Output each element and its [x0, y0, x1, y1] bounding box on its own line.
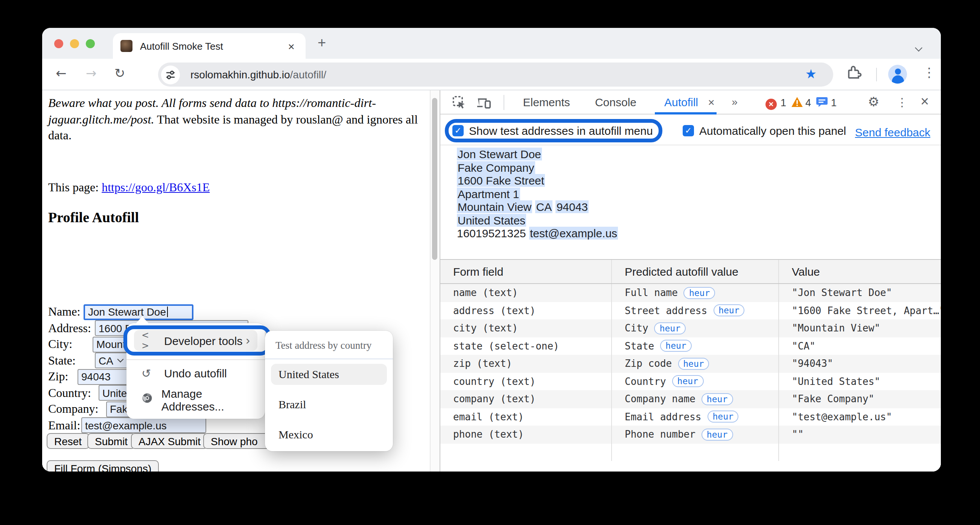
- table-row[interactable]: company (text) Company nameheur "Fake Co…: [440, 390, 941, 408]
- traffic-minimize-button[interactable]: [70, 39, 79, 48]
- table-row[interactable]: phone (text) Phone numberheur "": [440, 426, 941, 443]
- devtools-kebab-icon[interactable]: ⋮: [896, 96, 908, 109]
- ajax-submit-button[interactable]: AJAX Submit: [131, 433, 208, 449]
- warning-count: 4: [805, 97, 811, 109]
- annotation-highlight-show-test: ✓ Show test addresses in autofill menu: [445, 119, 663, 142]
- chrome-logo-icon: [142, 393, 156, 407]
- auto-open-option: ✓ Automatically open this panel: [682, 124, 846, 137]
- table-row[interactable]: name (text) Full nameheur "Jon Stewart D…: [440, 284, 941, 302]
- header-value: Value: [779, 260, 941, 283]
- this-page-label: This page:: [48, 181, 102, 193]
- tab-console[interactable]: Console: [595, 96, 636, 109]
- form-row-state: State: CA: [48, 352, 76, 369]
- url-text: rsolomakhin.github.io/autofill/: [191, 69, 326, 81]
- table-row[interactable]: zip (text) Zip codeheur "94043": [440, 355, 941, 372]
- omnibox[interactable]: rsolomakhin.github.io/autofill/ ★: [158, 62, 833, 87]
- forward-icon[interactable]: →: [86, 65, 97, 81]
- table-row[interactable]: city (text) Cityheur "Mountain View": [440, 319, 941, 337]
- back-icon[interactable]: ←: [56, 65, 67, 81]
- address-line: 16019521325 test@example.us: [457, 227, 618, 240]
- error-count: 1: [781, 97, 786, 109]
- heur-badge: heur: [702, 429, 733, 440]
- traffic-close-button[interactable]: [54, 39, 63, 48]
- form-row-address: Address: 1600 Fake Street, Apart: [48, 320, 91, 336]
- web-page: Beware what you post. All forms send dat…: [42, 90, 439, 472]
- email-input[interactable]: test@example.us: [81, 417, 206, 433]
- show-test-addresses-checkbox[interactable]: ✓: [452, 125, 464, 136]
- extensions-icon[interactable]: [846, 65, 862, 85]
- short-link[interactable]: https://goo.gl/B6Xs1E: [102, 181, 210, 193]
- tab-elements[interactable]: Elements: [523, 96, 570, 109]
- form-row-city: City: Mountain View: [48, 336, 72, 353]
- show-test-addresses-label: Show test addresses in autofill menu: [469, 124, 653, 137]
- url-host: rsolomakhin.github.io: [191, 69, 290, 81]
- state-select[interactable]: CA: [95, 353, 128, 368]
- send-feedback-link[interactable]: Send feedback: [855, 126, 930, 139]
- country-label: Country:: [48, 386, 91, 400]
- browser-window: Autofill Smoke Test × + ← → ↻ rsolomakhi…: [42, 28, 941, 472]
- page-title: Profile Autofill: [48, 209, 139, 226]
- table-row[interactable]: address (text) Street addressheur "1600 …: [440, 302, 941, 319]
- undo-icon: ↺: [142, 367, 158, 380]
- reload-icon[interactable]: ↻: [115, 65, 125, 81]
- content-area: Beware what you post. All forms send dat…: [42, 90, 941, 472]
- tab-title: Autofill Smoke Test: [140, 40, 285, 52]
- traffic-zoom-button[interactable]: [86, 39, 95, 48]
- address-line: Fake Company: [457, 161, 618, 174]
- submenu-item-united-states[interactable]: United States: [271, 364, 387, 385]
- browser-tab[interactable]: Autofill Smoke Test ×: [113, 33, 305, 59]
- tab-search-chevron-icon[interactable]: [916, 40, 923, 47]
- page-scrollbar-thumb[interactable]: [432, 98, 438, 260]
- form-row-zip: Zip: 94043: [48, 368, 68, 385]
- page-disclaimer: Beware what you post. All forms send dat…: [48, 96, 426, 144]
- submit-button[interactable]: Submit: [88, 433, 135, 449]
- address-line: Mountain View CA 94043: [457, 200, 618, 214]
- tab-strip: Autofill Smoke Test × +: [42, 28, 941, 59]
- menu-item-undo-autofill[interactable]: ↺ Undo autofill: [134, 360, 258, 386]
- submenu-item-brazil[interactable]: Brazil: [271, 394, 387, 415]
- heur-badge: heur: [702, 393, 733, 405]
- devtools-close-icon[interactable]: ×: [921, 93, 929, 110]
- name-label: Name:: [48, 305, 80, 319]
- device-toolbar-icon[interactable]: [476, 96, 492, 112]
- url-path: /autofill/: [290, 69, 327, 81]
- tab-close-icon[interactable]: ×: [285, 40, 298, 53]
- submenu-item-mexico[interactable]: Mexico: [271, 424, 387, 445]
- table-header: Form field Predicted autofill value Valu…: [440, 259, 941, 284]
- console-warnings-icon[interactable]: [791, 96, 803, 111]
- more-tabs-icon[interactable]: »: [732, 96, 738, 108]
- form-row-email: Email: test@example.us: [48, 417, 80, 434]
- table-row[interactable]: email (text) Email addressheur "test@exa…: [440, 408, 941, 426]
- console-errors-icon[interactable]: ×: [765, 96, 777, 110]
- devtools-toolbar: Elements Console Autofill × » × 1 4 1 ⚙ …: [440, 90, 941, 115]
- devtools-settings-gear-icon[interactable]: ⚙: [868, 94, 880, 109]
- auto-open-checkbox[interactable]: ✓: [682, 125, 694, 136]
- address-label: Address:: [48, 321, 91, 335]
- browser-menu-kebab-icon[interactable]: ⋮: [923, 65, 935, 80]
- table-row[interactable]: country (text) Countryheur "United State…: [440, 372, 941, 390]
- company-label: Company:: [48, 402, 98, 416]
- form-row-company: Company: Fake Company: [48, 401, 98, 417]
- address-line: Apartment 1: [457, 187, 618, 200]
- new-tab-icon[interactable]: +: [318, 35, 326, 51]
- inspect-element-icon[interactable]: [452, 96, 466, 112]
- auto-open-label: Automatically open this panel: [699, 124, 846, 137]
- fill-form-simpsons-button[interactable]: Fill Form (Simpsons): [47, 460, 159, 472]
- tab-autofill-close-icon[interactable]: ×: [708, 96, 715, 109]
- heur-badge: heur: [684, 287, 715, 299]
- table-row[interactable]: state (select-one) Stateheur "CA": [440, 337, 941, 355]
- site-info-icon[interactable]: [161, 65, 180, 84]
- test-address-submenu: Test address by country United States Br…: [265, 331, 393, 451]
- issues-icon[interactable]: [816, 96, 828, 111]
- tab-autofill[interactable]: Autofill: [664, 96, 698, 109]
- text-caret: [167, 306, 167, 317]
- annotation-highlight-developer-tools: [123, 326, 271, 356]
- heur-badge: heur: [678, 358, 709, 370]
- profile-avatar[interactable]: [888, 65, 907, 84]
- menu-item-manage-addresses[interactable]: Manage Addresses...: [134, 386, 258, 413]
- heur-badge: heur: [672, 375, 703, 388]
- bookmark-star-icon[interactable]: ★: [805, 66, 817, 81]
- submenu-separator: [265, 359, 393, 359]
- browser-toolbar: ← → ↻ rsolomakhin.github.io/autofill/ ★ …: [42, 59, 941, 90]
- reset-button[interactable]: Reset: [47, 433, 89, 449]
